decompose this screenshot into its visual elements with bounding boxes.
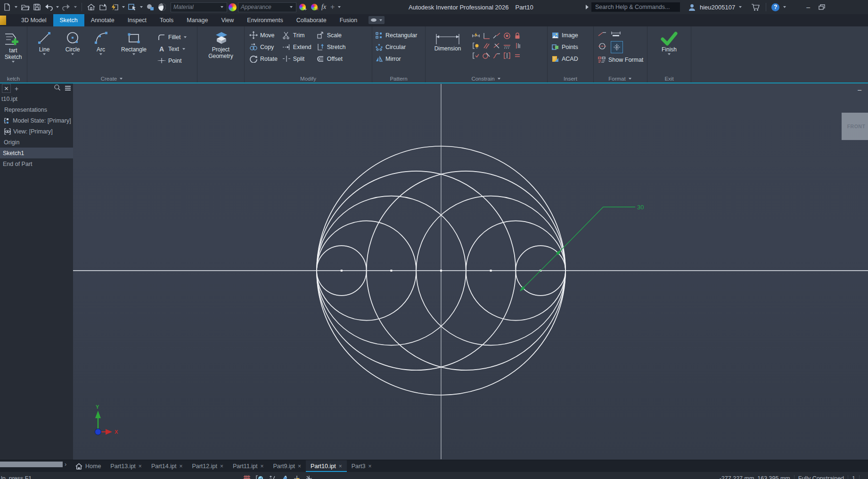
clear-appearance-icon[interactable]: × xyxy=(310,2,320,12)
panel-label-modify[interactable]: Modify xyxy=(245,74,372,83)
close-tab-icon[interactable]: × xyxy=(339,463,342,470)
tab-sketch[interactable]: Sketch xyxy=(53,14,84,26)
browser-item-sketch1[interactable]: Sketch1 xyxy=(0,148,73,158)
redo-button[interactable] xyxy=(61,2,72,12)
point-button[interactable]: Point xyxy=(157,55,188,66)
close-tab-icon[interactable]: × xyxy=(368,463,372,470)
search-expand-icon[interactable] xyxy=(586,5,589,9)
cart-icon[interactable] xyxy=(750,2,761,12)
offset-button[interactable]: Offset xyxy=(316,53,346,65)
tab-tools[interactable]: Tools xyxy=(153,14,180,26)
browser-horizontal-scrollbar[interactable] xyxy=(0,462,63,467)
close-tab-icon[interactable]: × xyxy=(139,463,142,470)
tab-environments[interactable]: Environments xyxy=(240,14,289,26)
update-dropdown[interactable] xyxy=(122,6,125,8)
start-sketch-dropdown[interactable] xyxy=(12,61,15,63)
insert-image-button[interactable]: Image xyxy=(551,29,578,41)
move-button[interactable]: Move xyxy=(249,29,278,41)
restore-window-button[interactable] xyxy=(817,2,827,12)
auto-dimension-icon[interactable] xyxy=(471,31,481,41)
fillet-dropdown[interactable] xyxy=(184,36,187,38)
tab-view[interactable]: View xyxy=(214,14,240,26)
home-button[interactable] xyxy=(86,2,96,12)
select-dropdown[interactable] xyxy=(140,6,143,8)
new-file-dropdown[interactable] xyxy=(15,6,17,8)
open-from-vault-icon[interactable] xyxy=(98,2,108,12)
mirror-button[interactable]: Mirror xyxy=(375,53,417,65)
collinear-constraint-icon[interactable] xyxy=(491,41,501,50)
tab-collaborate[interactable]: Collaborate xyxy=(290,14,333,26)
constraint-display-icon[interactable] xyxy=(255,475,264,479)
doc-tab-part13[interactable]: Part13.ipt× xyxy=(106,460,147,472)
browser-item-part[interactable]: t10.ipt xyxy=(0,93,73,104)
panel-label-format[interactable]: Format xyxy=(594,74,647,83)
parameters-fx-button[interactable]: fx xyxy=(321,3,326,11)
adjust-appearance-icon[interactable]: + xyxy=(298,2,308,12)
circular-pattern-button[interactable]: Circular xyxy=(375,41,417,53)
start-sketch-button[interactable]: tart Sketch xyxy=(1,29,25,63)
panel-label-insert[interactable]: Insert xyxy=(548,74,593,83)
vertical-constraint-icon[interactable] xyxy=(512,41,522,50)
status-toggle-icons[interactable] xyxy=(243,473,313,479)
rotate-button[interactable]: Rotate xyxy=(249,53,278,65)
tab-inspect[interactable]: Inspect xyxy=(121,14,153,26)
search-input[interactable] xyxy=(591,2,680,12)
grid-toggle-icon[interactable] xyxy=(243,475,251,479)
doc-tab-part11[interactable]: Part11.ipt× xyxy=(228,460,269,472)
show-constraints-icon[interactable] xyxy=(471,41,481,50)
trim-button[interactable]: Trim xyxy=(282,29,311,41)
tab-fusion[interactable]: Fusion xyxy=(333,14,364,26)
doc-tab-part14[interactable]: Part14.ipt× xyxy=(147,460,188,472)
centerpoint-toggle[interactable] xyxy=(611,41,623,53)
browser-menu-icon[interactable] xyxy=(65,84,71,93)
text-dropdown[interactable] xyxy=(182,48,185,50)
horizontal-constraint-icon[interactable] xyxy=(502,41,512,50)
arc-dropdown[interactable] xyxy=(99,53,102,55)
open-button[interactable] xyxy=(20,2,30,12)
tab-3d-model[interactable]: 3D Model xyxy=(15,14,53,26)
save-button[interactable] xyxy=(32,2,42,12)
toolbar-overflow-dropdown[interactable] xyxy=(338,6,341,8)
tangent-arc-constraint-icon[interactable] xyxy=(481,51,491,60)
doc-tab-part10[interactable]: Part10.ipt× xyxy=(306,460,347,472)
panel-label-pattern[interactable]: Pattern xyxy=(372,74,425,83)
tangent-constraint-icon[interactable] xyxy=(491,31,501,41)
username-label[interactable]: hieu2005107 xyxy=(700,4,735,11)
close-tab-icon[interactable]: × xyxy=(220,463,223,470)
line-button[interactable]: Line xyxy=(31,29,57,55)
material-browser-icon[interactable] xyxy=(145,2,156,12)
panel-label-create[interactable]: Create xyxy=(27,74,197,83)
help-dropdown[interactable] xyxy=(783,6,786,8)
browser-close-button[interactable]: ✕ xyxy=(2,84,11,93)
concentric-constraint-icon[interactable] xyxy=(502,31,512,41)
scale-button[interactable]: Scale xyxy=(316,29,346,41)
help-icon[interactable]: ? xyxy=(771,3,779,11)
dimension-button[interactable]: Dimension xyxy=(429,29,466,52)
finish-sketch-button[interactable]: Finish xyxy=(653,29,686,55)
copy-button[interactable]: Copy xyxy=(249,41,278,53)
panel-label-constrain[interactable]: Constrain xyxy=(426,74,547,83)
close-tab-icon[interactable]: × xyxy=(261,463,264,470)
symmetric-constraint-icon[interactable] xyxy=(502,51,512,60)
browser-item-model-state[interactable]: Model State: [Primary] xyxy=(0,115,73,126)
constraint-settings-icon[interactable] xyxy=(471,51,481,60)
circle-button[interactable]: Circle xyxy=(59,29,86,55)
user-avatar-icon[interactable] xyxy=(687,2,697,12)
construction-toggle[interactable] xyxy=(598,31,607,39)
insert-points-button[interactable]: Points xyxy=(551,41,578,53)
browser-item-view[interactable]: View: [Primary] xyxy=(0,126,73,137)
stretch-button[interactable]: Stretch xyxy=(316,41,346,53)
smooth-constraint-icon[interactable] xyxy=(491,51,501,60)
rectangle-button[interactable]: Rectangle xyxy=(116,29,152,55)
arc-button[interactable]: Arc xyxy=(88,29,114,55)
shaded-view-icon[interactable] xyxy=(281,475,288,479)
close-tab-icon[interactable]: × xyxy=(298,463,301,470)
undo-button[interactable] xyxy=(43,2,54,12)
perpendicular-constraint-icon[interactable] xyxy=(481,31,491,41)
new-file-button[interactable] xyxy=(2,2,12,12)
line-dropdown[interactable] xyxy=(43,53,46,55)
browser-search-icon[interactable] xyxy=(54,84,61,93)
local-update-icon[interactable] xyxy=(109,2,120,12)
equal-constraint-icon[interactable] xyxy=(512,51,522,60)
scroll-right-icon[interactable]: › xyxy=(65,461,66,468)
